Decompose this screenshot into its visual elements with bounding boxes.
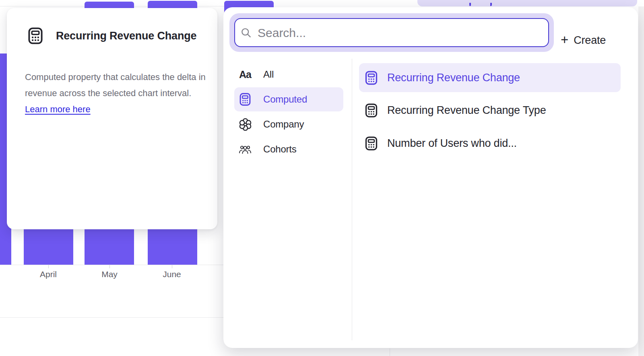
- result-recurring-revenue-change[interactable]: Recurring Revenue Change: [359, 63, 621, 92]
- axis-label: April: [24, 270, 72, 279]
- learn-more-link[interactable]: Learn more here: [25, 104, 91, 114]
- result-label: Number of Users who did...: [387, 137, 517, 150]
- tooltip-header: Recurring Revenue Change: [28, 28, 196, 44]
- property-tooltip-card: Recurring Revenue Change Computed proper…: [7, 8, 217, 229]
- search-icon: [241, 27, 252, 38]
- result-recurring-revenue-change-type[interactable]: Recurring Revenue Change Type: [359, 96, 621, 125]
- axis-tick: [172, 265, 172, 268]
- search-field[interactable]: [234, 18, 549, 47]
- clipped-text-descender: [490, 3, 492, 6]
- category-label: Cohorts: [263, 144, 297, 155]
- axis-label: June: [148, 270, 196, 279]
- category-all[interactable]: Aa All: [228, 62, 343, 86]
- property-picker-modal: + Create Aa All Computed: [223, 7, 638, 348]
- search-input[interactable]: [257, 19, 540, 47]
- category-company[interactable]: Company: [228, 112, 343, 136]
- category-computed[interactable]: Computed: [234, 87, 343, 111]
- result-label: Recurring Revenue Change: [387, 72, 520, 84]
- calculator-icon: [28, 27, 43, 44]
- axis-tick: [109, 265, 110, 268]
- calculator-icon: [365, 136, 379, 150]
- category-label: Company: [263, 119, 304, 130]
- tooltip-description: Computed property that calculates the de…: [25, 69, 211, 117]
- cohorts-people-icon: [239, 143, 252, 156]
- category-cohorts[interactable]: Cohorts: [228, 137, 343, 161]
- result-number-of-users-who-did[interactable]: Number of Users who did...: [359, 129, 621, 158]
- modal-divider: [352, 59, 352, 340]
- axis-label: May: [85, 270, 134, 279]
- category-label: All: [263, 69, 274, 80]
- tooltip-title: Recurring Revenue Change: [56, 30, 196, 42]
- create-button-label: Create: [574, 34, 606, 47]
- calculator-icon: [365, 71, 379, 84]
- calculator-icon: [239, 93, 252, 106]
- calculator-icon: [365, 103, 379, 117]
- category-label: Computed: [263, 94, 307, 105]
- axis-tick: [48, 265, 49, 268]
- x-axis-line: [0, 265, 224, 265]
- result-label: Recurring Revenue Change Type: [387, 104, 546, 117]
- text-aa-icon: Aa: [239, 68, 252, 81]
- clipped-property-pill: [417, 0, 637, 6]
- clipped-text-descender: [469, 3, 471, 6]
- create-button[interactable]: + Create: [557, 26, 610, 54]
- plus-icon: +: [561, 33, 568, 46]
- company-cluster-icon: [239, 118, 252, 131]
